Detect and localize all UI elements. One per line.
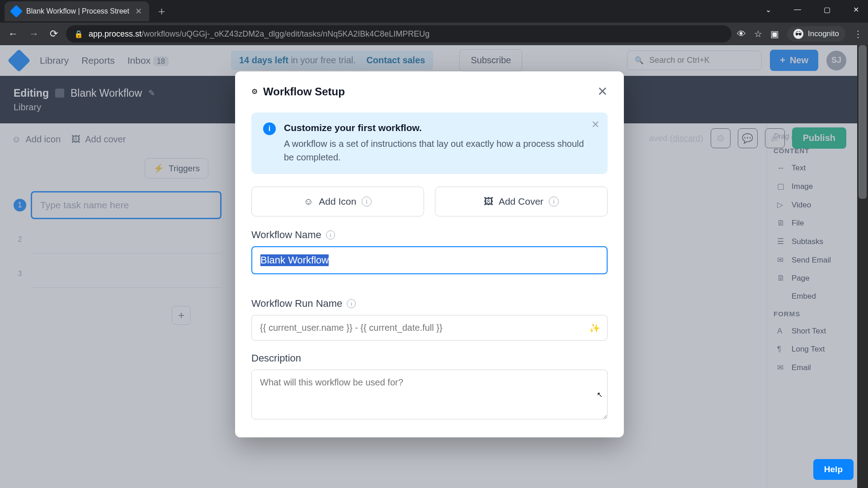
address-bar[interactable]: 🔒 app.process.st/workflows/uQGGj-_oKZ43z…	[66, 25, 731, 42]
info-title: Customize your first workflow.	[284, 122, 596, 133]
scrollbar[interactable]	[857, 45, 868, 488]
eye-off-icon[interactable]: 👁	[737, 29, 746, 39]
info-icon: i	[263, 122, 276, 135]
incognito-icon: 🕶	[793, 29, 803, 39]
close-icon[interactable]: ✕	[135, 6, 142, 16]
gear-icon: ⚙	[251, 87, 258, 96]
workflow-name-label: Workflow Namei	[251, 229, 608, 241]
favicon-icon	[10, 5, 23, 18]
modal-title: Workflow Setup	[263, 85, 345, 98]
minimize-icon[interactable]: —	[789, 4, 806, 16]
close-icon[interactable]: ✕	[591, 119, 599, 131]
url-right-icons: 👁 ☆ ▣ 🕶 Incognito ⋮	[737, 26, 863, 42]
add-cover-button[interactable]: 🖼Add Coveri	[435, 187, 608, 216]
image-icon: 🖼	[484, 196, 493, 207]
incognito-badge[interactable]: 🕶 Incognito	[787, 26, 845, 42]
help-icon[interactable]: i	[326, 230, 335, 239]
reload-button[interactable]: ⟳	[47, 25, 61, 42]
browser-tab[interactable]: Blank Workflow | Process Street ✕	[5, 1, 149, 21]
close-window-icon[interactable]: ✕	[849, 4, 863, 16]
scrollbar-thumb[interactable]	[859, 45, 867, 199]
workflow-run-name-input[interactable]	[251, 315, 608, 341]
description-textarea[interactable]	[251, 370, 608, 419]
magic-wand-icon[interactable]: ✨	[589, 323, 600, 333]
new-tab-button[interactable]: +	[158, 5, 165, 19]
description-label: Description	[251, 352, 608, 364]
browser-chrome: Blank Workflow | Process Street ✕ + ⌄ — …	[0, 0, 868, 45]
add-icon-button[interactable]: ☺Add Iconi	[251, 187, 424, 216]
extensions-icon[interactable]: ▣	[770, 28, 779, 39]
url-bar: ← → ⟳ 🔒 app.process.st/workflows/uQGGj-_…	[0, 23, 868, 45]
bookmark-icon[interactable]: ☆	[754, 28, 762, 39]
tab-title: Blank Workflow | Process Street	[26, 7, 130, 15]
tabs-dropdown-icon[interactable]: ⌄	[761, 4, 776, 16]
help-icon[interactable]: i	[347, 299, 356, 308]
forward-button[interactable]: →	[26, 25, 42, 42]
tab-bar: Blank Workflow | Process Street ✕ + ⌄ — …	[0, 0, 868, 23]
browser-menu-icon[interactable]: ⋮	[854, 28, 863, 39]
info-desc: A workflow is a set of instructions that…	[284, 137, 596, 164]
maximize-icon[interactable]: ▢	[819, 4, 835, 16]
lock-icon: 🔒	[74, 30, 83, 38]
back-button[interactable]: ←	[5, 25, 21, 42]
help-button[interactable]: Help	[813, 459, 854, 480]
info-box: i Customize your first workflow. A workf…	[251, 113, 608, 174]
workflow-setup-modal: ⚙ Workflow Setup ✕ i Customize your firs…	[235, 71, 624, 437]
url-text: app.process.st/workflows/uQGGj-_oKZ43zDM…	[89, 29, 429, 39]
workflow-name-input[interactable]	[251, 246, 608, 274]
help-icon[interactable]: i	[549, 197, 559, 206]
window-controls: ⌄ — ▢ ✕	[761, 4, 863, 16]
help-icon[interactable]: i	[362, 197, 372, 206]
workflow-run-name-label: Workflow Run Namei	[251, 298, 608, 310]
close-icon[interactable]: ✕	[597, 84, 608, 99]
emoji-icon: ☺	[304, 196, 313, 207]
